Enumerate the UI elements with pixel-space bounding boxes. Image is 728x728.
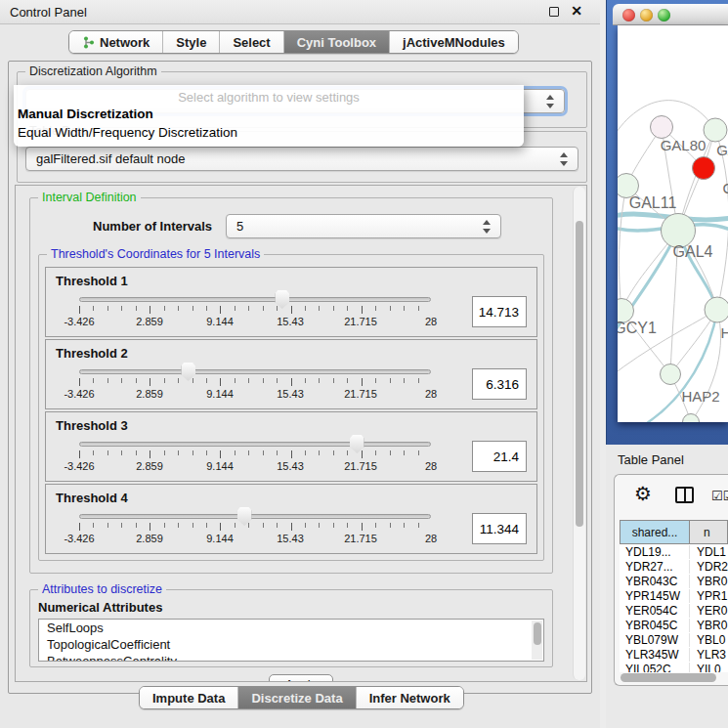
network-node[interactable]: [704, 118, 728, 143]
column-header-name[interactable]: n: [690, 520, 728, 544]
table-rows: YDL19... YDL1 YDR27... YDR2 YBR043C YBR0: [620, 544, 728, 672]
threshold-panel: Threshold 4: [45, 484, 537, 554]
table-data-select[interactable]: galFiltered.sif default node: [25, 147, 578, 171]
network-node[interactable]: [692, 156, 715, 180]
table-row[interactable]: YER054C YER0: [620, 603, 728, 618]
cell-name: YDL1: [690, 545, 728, 559]
cell-shared-name: YBR043C: [620, 575, 690, 588]
network-canvas[interactable]: GAL80 GA C GAL11 GAL4 GCY1 H HAP2: [618, 25, 728, 422]
network-node[interactable]: [660, 364, 681, 385]
tab[interactable]: jActiveMNodules: [390, 31, 518, 53]
slider-major-ticks: [79, 306, 432, 314]
tab[interactable]: Cyni Toolbox: [284, 31, 390, 53]
table-row[interactable]: YDR27... YDR2: [620, 559, 728, 574]
screen: Control Panel ✕ Networ: [0, 0, 728, 728]
algorithm-options: Manual Discretization Equal Width/Freque…: [14, 105, 524, 142]
table-row[interactable]: YDL19... YDL1: [620, 544, 728, 559]
tab-label: Select: [233, 35, 270, 50]
slider-track[interactable]: [79, 514, 431, 519]
table-data-value: galFiltered.sif default node: [36, 151, 185, 166]
network-node-label: C: [723, 180, 728, 196]
network-node-label: GAL11: [629, 194, 677, 212]
discretization-group-label: Discretization Algorithm: [25, 64, 161, 78]
table-row[interactable]: YBL079W YBL0: [620, 632, 728, 647]
network-node[interactable]: [705, 297, 728, 323]
threshold-value-field[interactable]: 14.713: [472, 296, 527, 327]
settings-vertical-scrollbar[interactable]: [573, 187, 585, 680]
apply-button[interactable]: Apply: [269, 674, 333, 682]
attributes-list[interactable]: SelfLoops TopologicalCoefficient Between…: [38, 619, 544, 662]
number-of-intervals-select[interactable]: 5: [226, 214, 501, 238]
scrollbar-thumb[interactable]: [621, 673, 716, 682]
minimize-traffic-light-icon[interactable]: [640, 9, 653, 21]
attribute-item[interactable]: TopologicalCoefficient: [39, 636, 543, 653]
attributes-scrollbar[interactable]: [532, 621, 542, 660]
network-node-label: HAP2: [681, 388, 719, 405]
select-checkboxes-icon[interactable]: ☑☑: [711, 489, 728, 503]
algorithm-dropdown-popup: Select algorithm to view settings Manual…: [14, 85, 524, 147]
slider-scale: -3.426 2.859 9.144 15.43: [79, 460, 431, 472]
threshold-value-field[interactable]: 11.344: [472, 513, 527, 544]
table-row[interactable]: YPR145W YPR1: [620, 588, 728, 603]
numerical-attributes-label: Numerical Attributes: [38, 600, 552, 615]
network-icon: [82, 36, 95, 49]
tab-label: Network: [100, 35, 150, 50]
threshold-panel: Threshold 3: [45, 411, 537, 482]
cell-name: YPR1: [690, 589, 728, 603]
attributes-group-label: Attributes to discretize: [38, 582, 166, 596]
number-of-intervals-value: 5: [236, 219, 243, 234]
network-node-label: GAL4: [673, 243, 713, 261]
table-row[interactable]: YLR345W YLR3: [620, 647, 728, 662]
threshold-slider[interactable]: -3.426 2.859 9.144 15.43: [58, 434, 452, 479]
top-tab-bar: Network Style: [68, 30, 519, 54]
algorithm-option[interactable]: Manual Discretization: [14, 105, 524, 123]
threshold-value-field[interactable]: 6.316: [472, 368, 527, 400]
attribute-item[interactable]: BetweennessCentrality: [39, 653, 543, 662]
combo-stepper-icon: [560, 152, 569, 166]
cell-name: YLR3: [690, 648, 728, 662]
threshold-label: Threshold 2: [56, 346, 527, 361]
bottom-tab[interactable]: Infer Network: [357, 687, 463, 708]
scrollbar-thumb[interactable]: [534, 622, 541, 645]
cell-shared-name: YIL052C: [620, 663, 690, 673]
slider-track[interactable]: [79, 442, 431, 447]
threshold-slider[interactable]: -3.426 2.859 9.144 15.43: [58, 362, 452, 407]
close-icon[interactable]: ✕: [571, 3, 582, 19]
bottom-tab[interactable]: Impute Data: [140, 687, 238, 708]
table-header: shared... n: [620, 520, 728, 544]
bottom-tab-label: Infer Network: [369, 691, 450, 706]
threshold-slider[interactable]: -3.426 2.859 9.144 15.43: [58, 506, 452, 551]
tab[interactable]: Select: [220, 31, 283, 53]
scrollbar-thumb[interactable]: [576, 221, 583, 527]
slider-track[interactable]: [79, 297, 431, 302]
float-window-icon[interactable]: [549, 7, 559, 17]
algorithm-option[interactable]: Equal Width/Frequency Discretization: [14, 123, 524, 142]
table-row[interactable]: YIL052C YIL0: [620, 662, 728, 672]
table-row[interactable]: YBR045C YBR0: [620, 618, 728, 632]
tab-label: jActiveMNodules: [403, 35, 505, 50]
network-node-label: GCY1: [618, 320, 657, 337]
settings-scroll-area: Interval Definition Number of Intervals …: [15, 185, 587, 682]
table-horizontal-scrollbar[interactable]: [619, 673, 724, 683]
attributes-group: Attributes to discretize Numerical Attri…: [29, 589, 553, 667]
tab[interactable]: Network: [69, 31, 163, 53]
column-header-shared[interactable]: shared...: [620, 520, 690, 544]
zoom-traffic-light-icon[interactable]: [658, 9, 670, 21]
attribute-item[interactable]: SelfLoops: [39, 620, 543, 636]
tab[interactable]: Style: [163, 31, 220, 53]
table-row[interactable]: YBR043C YBR0: [620, 574, 728, 588]
slider-track[interactable]: [79, 369, 431, 374]
threshold-label: Threshold 3: [56, 418, 527, 433]
bottom-tab[interactable]: Discretize Data: [238, 687, 356, 708]
gear-icon[interactable]: ⚙: [634, 484, 652, 503]
threshold-value-field[interactable]: 21.4: [472, 441, 527, 472]
popup-hint: Select algorithm to view settings: [14, 87, 524, 105]
network-node[interactable]: [650, 115, 673, 139]
cell-name: YBR0: [690, 619, 728, 632]
cell-name: YIL0: [690, 663, 728, 673]
cell-name: YBL0: [690, 633, 728, 647]
threshold-slider[interactable]: -3.426 2.859 9.144 15.43: [58, 289, 452, 334]
number-of-intervals-row: Number of Intervals 5: [93, 214, 525, 238]
close-traffic-light-icon[interactable]: [622, 9, 635, 21]
columns-icon[interactable]: [675, 487, 694, 503]
